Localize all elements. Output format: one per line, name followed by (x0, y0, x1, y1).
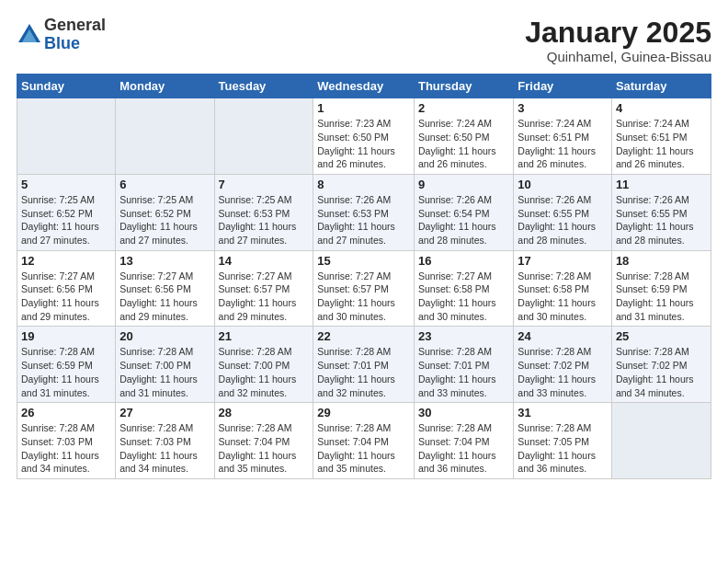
table-row: 27Sunrise: 7:28 AMSunset: 7:03 PMDayligh… (116, 403, 214, 479)
table-row: 29Sunrise: 7:28 AMSunset: 7:04 PMDayligh… (313, 403, 415, 479)
day-number: 11 (616, 178, 707, 191)
table-row: 24Sunrise: 7:28 AMSunset: 7:02 PMDayligh… (514, 327, 612, 403)
table-row: 20Sunrise: 7:28 AMSunset: 7:00 PMDayligh… (116, 327, 214, 403)
day-number: 9 (418, 178, 509, 191)
day-info: Sunrise: 7:24 AMSunset: 6:50 PMDaylight:… (418, 117, 509, 171)
day-info: Sunrise: 7:24 AMSunset: 6:51 PMDaylight:… (616, 117, 707, 171)
day-info: Sunrise: 7:27 AMSunset: 6:58 PMDaylight:… (418, 270, 509, 324)
table-row: 11Sunrise: 7:26 AMSunset: 6:55 PMDayligh… (611, 174, 711, 250)
table-row (116, 98, 214, 175)
table-row: 21Sunrise: 7:28 AMSunset: 7:00 PMDayligh… (214, 327, 313, 403)
table-row: 2Sunrise: 7:24 AMSunset: 6:50 PMDaylight… (414, 98, 513, 175)
day-number: 27 (119, 406, 210, 419)
table-row: 17Sunrise: 7:28 AMSunset: 6:58 PMDayligh… (514, 250, 612, 327)
table-row: 3Sunrise: 7:24 AMSunset: 6:51 PMDaylight… (514, 98, 612, 175)
table-row: 18Sunrise: 7:28 AMSunset: 6:59 PMDayligh… (611, 250, 711, 327)
day-number: 24 (518, 329, 608, 343)
day-number: 16 (418, 254, 509, 268)
page: General Blue January 2025 Quinhamel, Gui… (0, 0, 728, 488)
logo: General Blue (17, 17, 106, 53)
day-number: 1 (317, 101, 410, 115)
logo-general-label: General (44, 17, 106, 35)
table-row: 12Sunrise: 7:27 AMSunset: 6:56 PMDayligh… (17, 250, 116, 327)
day-number: 6 (119, 178, 210, 191)
day-number: 8 (317, 178, 410, 191)
day-info: Sunrise: 7:23 AMSunset: 6:50 PMDaylight:… (317, 117, 410, 171)
day-number: 23 (418, 329, 509, 343)
day-number: 3 (518, 101, 608, 115)
header-tuesday: Tuesday (214, 75, 313, 98)
day-info: Sunrise: 7:27 AMSunset: 6:56 PMDaylight:… (119, 270, 210, 324)
day-info: Sunrise: 7:28 AMSunset: 7:04 PMDaylight:… (418, 421, 509, 476)
day-info: Sunrise: 7:28 AMSunset: 7:00 PMDaylight:… (119, 345, 210, 399)
table-row: 30Sunrise: 7:28 AMSunset: 7:04 PMDayligh… (414, 403, 513, 479)
table-row: 1Sunrise: 7:23 AMSunset: 6:50 PMDaylight… (313, 98, 415, 175)
day-number: 14 (219, 254, 310, 268)
day-number: 25 (616, 329, 707, 343)
calendar-week-row: 1Sunrise: 7:23 AMSunset: 6:50 PMDaylight… (17, 98, 711, 175)
day-number: 2 (418, 101, 509, 115)
day-info: Sunrise: 7:28 AMSunset: 7:01 PMDaylight:… (418, 345, 509, 399)
calendar-header-row: Sunday Monday Tuesday Wednesday Thursday… (17, 75, 711, 98)
day-info: Sunrise: 7:28 AMSunset: 7:03 PMDaylight:… (21, 421, 111, 476)
header-thursday: Thursday (414, 75, 513, 98)
day-info: Sunrise: 7:28 AMSunset: 7:05 PMDaylight:… (518, 421, 608, 476)
day-info: Sunrise: 7:26 AMSunset: 6:55 PMDaylight:… (616, 193, 707, 247)
day-info: Sunrise: 7:26 AMSunset: 6:55 PMDaylight:… (518, 193, 608, 247)
table-row: 14Sunrise: 7:27 AMSunset: 6:57 PMDayligh… (214, 250, 313, 327)
day-number: 30 (418, 406, 509, 419)
table-row: 9Sunrise: 7:26 AMSunset: 6:54 PMDaylight… (414, 174, 513, 250)
table-row: 25Sunrise: 7:28 AMSunset: 7:02 PMDayligh… (611, 327, 711, 403)
day-number: 7 (219, 178, 310, 191)
table-row: 13Sunrise: 7:27 AMSunset: 6:56 PMDayligh… (116, 250, 214, 327)
day-info: Sunrise: 7:25 AMSunset: 6:53 PMDaylight:… (219, 193, 310, 247)
day-number: 20 (119, 329, 210, 343)
table-row: 16Sunrise: 7:27 AMSunset: 6:58 PMDayligh… (414, 250, 513, 327)
table-row: 28Sunrise: 7:28 AMSunset: 7:04 PMDayligh… (214, 403, 313, 479)
table-row: 6Sunrise: 7:25 AMSunset: 6:52 PMDaylight… (116, 174, 214, 250)
header-saturday: Saturday (611, 75, 711, 98)
day-info: Sunrise: 7:28 AMSunset: 6:59 PMDaylight:… (616, 270, 707, 324)
day-info: Sunrise: 7:28 AMSunset: 6:58 PMDaylight:… (518, 270, 608, 324)
table-row: 8Sunrise: 7:26 AMSunset: 6:53 PMDaylight… (313, 174, 415, 250)
day-number: 28 (219, 406, 310, 419)
day-number: 26 (21, 406, 111, 419)
table-row: 10Sunrise: 7:26 AMSunset: 6:55 PMDayligh… (514, 174, 612, 250)
day-info: Sunrise: 7:27 AMSunset: 6:57 PMDaylight:… (219, 270, 310, 324)
calendar-subtitle: Quinhamel, Guinea-Bissau (525, 49, 711, 64)
day-info: Sunrise: 7:28 AMSunset: 7:01 PMDaylight:… (317, 345, 410, 399)
calendar-week-row: 5Sunrise: 7:25 AMSunset: 6:52 PMDaylight… (17, 174, 711, 250)
day-number: 15 (317, 254, 410, 268)
day-info: Sunrise: 7:28 AMSunset: 7:04 PMDaylight:… (317, 421, 410, 476)
header-monday: Monday (116, 75, 214, 98)
day-info: Sunrise: 7:24 AMSunset: 6:51 PMDaylight:… (518, 117, 608, 171)
calendar-title: January 2025 (525, 17, 711, 49)
calendar-table: Sunday Monday Tuesday Wednesday Thursday… (17, 74, 711, 479)
table-row: 15Sunrise: 7:27 AMSunset: 6:57 PMDayligh… (313, 250, 415, 327)
table-row: 23Sunrise: 7:28 AMSunset: 7:01 PMDayligh… (414, 327, 513, 403)
day-number: 29 (317, 406, 410, 419)
table-row: 5Sunrise: 7:25 AMSunset: 6:52 PMDaylight… (17, 174, 116, 250)
day-info: Sunrise: 7:28 AMSunset: 7:03 PMDaylight:… (119, 421, 210, 476)
day-info: Sunrise: 7:27 AMSunset: 6:56 PMDaylight:… (21, 270, 111, 324)
header-friday: Friday (514, 75, 612, 98)
day-number: 19 (21, 329, 111, 343)
table-row (611, 403, 711, 479)
header-sunday: Sunday (17, 75, 116, 98)
table-row (214, 98, 313, 175)
calendar-week-row: 26Sunrise: 7:28 AMSunset: 7:03 PMDayligh… (17, 403, 711, 479)
day-info: Sunrise: 7:28 AMSunset: 6:59 PMDaylight:… (21, 345, 111, 399)
calendar-week-row: 12Sunrise: 7:27 AMSunset: 6:56 PMDayligh… (17, 250, 711, 327)
day-number: 17 (518, 254, 608, 268)
day-number: 12 (21, 254, 111, 268)
table-row: 22Sunrise: 7:28 AMSunset: 7:01 PMDayligh… (313, 327, 415, 403)
day-info: Sunrise: 7:28 AMSunset: 7:04 PMDaylight:… (219, 421, 310, 476)
calendar-week-row: 19Sunrise: 7:28 AMSunset: 6:59 PMDayligh… (17, 327, 711, 403)
logo-icon (17, 22, 42, 48)
day-number: 22 (317, 329, 410, 343)
day-number: 18 (616, 254, 707, 268)
table-row: 26Sunrise: 7:28 AMSunset: 7:03 PMDayligh… (17, 403, 116, 479)
table-row: 19Sunrise: 7:28 AMSunset: 6:59 PMDayligh… (17, 327, 116, 403)
day-info: Sunrise: 7:26 AMSunset: 6:53 PMDaylight:… (317, 193, 410, 247)
day-info: Sunrise: 7:28 AMSunset: 7:02 PMDaylight:… (616, 345, 707, 399)
